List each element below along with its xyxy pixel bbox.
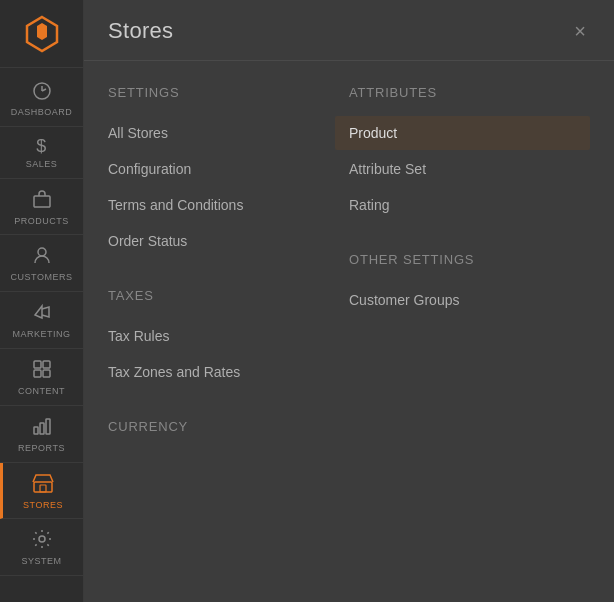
stores-panel: Stores × Settings All Stores Configurati… bbox=[84, 0, 614, 602]
sales-icon: $ bbox=[36, 137, 47, 155]
sidebar-item-label-products: PRODUCTS bbox=[14, 216, 69, 227]
panel-body: Settings All Stores Configuration Terms … bbox=[84, 61, 614, 494]
currency-heading: Currency bbox=[108, 419, 349, 434]
menu-item-tax-rules[interactable]: Tax Rules bbox=[108, 319, 349, 353]
panel-header: Stores × bbox=[84, 0, 614, 61]
menu-item-order-status[interactable]: Order Status bbox=[108, 224, 349, 258]
sidebar-item-customers[interactable]: CUSTOMERS bbox=[0, 235, 84, 292]
sidebar-item-label-system: SYSTEM bbox=[21, 556, 61, 567]
dashboard-icon bbox=[31, 82, 53, 103]
svg-rect-11 bbox=[40, 485, 46, 492]
menu-item-attribute-set[interactable]: Attribute Set bbox=[349, 152, 590, 186]
other-settings-heading: Other Settings bbox=[349, 252, 590, 267]
menu-item-terms-conditions[interactable]: Terms and Conditions bbox=[108, 188, 349, 222]
products-icon bbox=[32, 189, 52, 212]
svg-rect-8 bbox=[40, 423, 44, 434]
sidebar: DASHBOARD $ SALES PRODUCTS CUSTOMERS MAR… bbox=[0, 0, 84, 602]
taxes-heading: Taxes bbox=[108, 288, 349, 303]
sidebar-item-stores[interactable]: STORES bbox=[0, 463, 84, 520]
svg-rect-3 bbox=[34, 361, 41, 368]
sidebar-item-system[interactable]: SYSTEM bbox=[0, 519, 84, 576]
sidebar-item-label-customers: CUSTOMERS bbox=[11, 272, 73, 283]
svg-rect-7 bbox=[34, 427, 38, 434]
attributes-heading: Attributes bbox=[349, 85, 590, 100]
right-column: Attributes Product Attribute Set Rating … bbox=[349, 85, 590, 478]
sidebar-item-label-content: CONTENT bbox=[18, 386, 65, 397]
sidebar-item-sales[interactable]: $ SALES bbox=[0, 127, 84, 179]
other-settings-section: Other Settings Customer Groups bbox=[349, 252, 590, 319]
sidebar-item-reports[interactable]: REPORTS bbox=[0, 406, 84, 463]
sidebar-item-content[interactable]: CONTENT bbox=[0, 349, 84, 406]
system-icon bbox=[32, 529, 52, 552]
attributes-section: Attributes Product Attribute Set Rating bbox=[349, 85, 590, 224]
panel-title: Stores bbox=[108, 18, 173, 44]
svg-rect-5 bbox=[34, 370, 41, 377]
menu-item-all-stores[interactable]: All Stores bbox=[108, 116, 349, 150]
sidebar-item-products[interactable]: PRODUCTS bbox=[0, 179, 84, 236]
sidebar-item-label-reports: REPORTS bbox=[18, 443, 65, 454]
svg-rect-6 bbox=[43, 370, 50, 377]
taxes-section: Taxes Tax Rules Tax Zones and Rates bbox=[108, 288, 349, 391]
close-button[interactable]: × bbox=[570, 19, 590, 43]
sidebar-logo bbox=[0, 0, 84, 68]
magento-logo-icon bbox=[23, 15, 61, 53]
menu-item-tax-zones[interactable]: Tax Zones and Rates bbox=[108, 355, 349, 389]
sidebar-item-label-marketing: MARKETING bbox=[12, 329, 70, 340]
menu-item-rating[interactable]: Rating bbox=[349, 188, 590, 222]
reports-icon bbox=[32, 416, 52, 439]
menu-item-configuration[interactable]: Configuration bbox=[108, 152, 349, 186]
sidebar-item-dashboard[interactable]: DASHBOARD bbox=[0, 72, 84, 127]
content-icon bbox=[32, 359, 52, 382]
customers-icon bbox=[32, 245, 52, 268]
svg-rect-9 bbox=[46, 419, 50, 434]
sidebar-item-label-stores: STORES bbox=[23, 500, 63, 511]
svg-rect-4 bbox=[43, 361, 50, 368]
stores-icon bbox=[32, 473, 54, 496]
left-column: Settings All Stores Configuration Terms … bbox=[108, 85, 349, 478]
sidebar-item-label-sales: SALES bbox=[26, 159, 58, 170]
sidebar-item-label-dashboard: DASHBOARD bbox=[11, 107, 73, 118]
settings-section: Settings All Stores Configuration Terms … bbox=[108, 85, 349, 260]
settings-heading: Settings bbox=[108, 85, 349, 100]
currency-section: Currency bbox=[108, 419, 349, 450]
svg-point-2 bbox=[38, 248, 46, 256]
menu-item-customer-groups[interactable]: Customer Groups bbox=[349, 283, 590, 317]
svg-rect-1 bbox=[34, 196, 50, 207]
svg-rect-10 bbox=[34, 482, 52, 492]
marketing-icon bbox=[32, 302, 52, 325]
svg-point-12 bbox=[39, 536, 45, 542]
menu-item-product[interactable]: Product bbox=[335, 116, 590, 150]
sidebar-item-marketing[interactable]: MARKETING bbox=[0, 292, 84, 349]
